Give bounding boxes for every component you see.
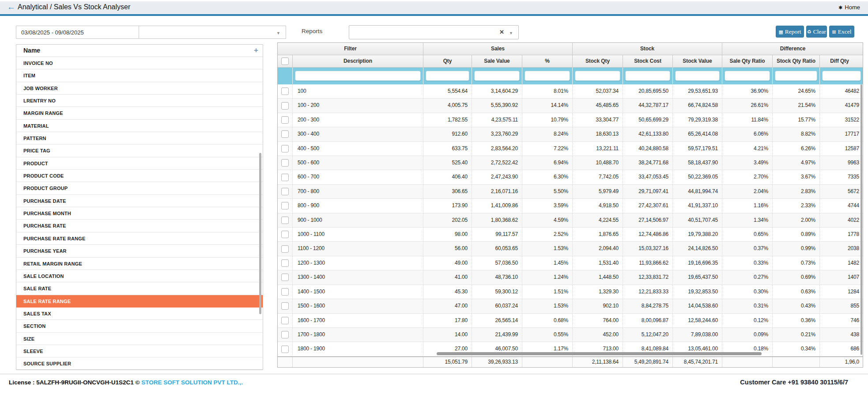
cell-stock_qty_ratio: 0.63% xyxy=(773,285,820,299)
add-icon[interactable]: + xyxy=(254,46,258,55)
filter-input-qty[interactable] xyxy=(426,71,469,81)
excel-button[interactable]: ⊠Excel xyxy=(829,26,854,38)
row-checkbox[interactable] xyxy=(281,87,289,95)
table-row: 1100 - 120056.0060,053.651.53%2,094.4015… xyxy=(278,242,863,256)
filter-input-stock_qty[interactable] xyxy=(575,71,620,81)
sidebar-item-sale-rate[interactable]: SALE RATE xyxy=(16,282,263,295)
table-vertical-scrollbar[interactable] xyxy=(860,84,862,355)
filter-input-stock_qty_ratio[interactable] xyxy=(775,71,817,81)
row-checkbox[interactable] xyxy=(281,288,289,296)
sidebar-item-purchase-year[interactable]: PURCHASE YEAR xyxy=(16,245,263,257)
row-checkbox[interactable] xyxy=(281,273,289,281)
row-checkbox[interactable] xyxy=(281,317,289,324)
row-checkbox[interactable] xyxy=(281,259,289,267)
row-checkbox[interactable] xyxy=(281,346,289,353)
row-checkbox[interactable] xyxy=(281,202,289,209)
sidebar-item-product[interactable]: PRODUCT xyxy=(16,157,263,170)
company-link[interactable]: STORE SOFT SOLUTION PVT LTD.,. xyxy=(141,379,243,386)
sidebar-item-sale-location[interactable]: SALE LOCATION xyxy=(16,270,263,282)
row-checkbox[interactable] xyxy=(281,130,289,138)
cell-desc: 300 - 400 xyxy=(293,127,423,141)
sidebar-item-purchase-rate[interactable]: PURCHASE RATE xyxy=(16,220,263,232)
back-arrow-icon[interactable]: ← xyxy=(7,2,15,12)
row-checkbox[interactable] xyxy=(281,216,289,224)
cell-stock_qty: 4,918.50 xyxy=(573,199,623,213)
filter-cell-stock_cost xyxy=(623,68,673,84)
row-checkbox[interactable] xyxy=(281,102,289,110)
sidebar-item-sale-rate-range[interactable]: SALE RATE RANGE xyxy=(16,295,263,308)
cell-stock_cost: 29,71,097.41 xyxy=(623,185,673,199)
sidebar-item-size[interactable]: SIZE xyxy=(16,333,263,345)
filter-input-stock_cost[interactable] xyxy=(625,71,670,81)
cell-stock_qty_ratio: 0.43% xyxy=(773,299,820,313)
sidebar-item-lrentry-no[interactable]: LRENTRY NO xyxy=(16,95,263,107)
filter-input-sale_value[interactable] xyxy=(474,71,520,81)
table-row: 900 - 1000202.051,80,368.624.59%4,224.55… xyxy=(278,213,863,228)
clear-button[interactable]: ♻Clear xyxy=(806,26,827,38)
row-checkbox[interactable] xyxy=(281,245,289,253)
filter-input-pct[interactable] xyxy=(525,71,570,81)
cell-sale_value: 1,80,368.62 xyxy=(472,213,522,228)
cell-pct: 10.79% xyxy=(522,113,573,127)
sidebar-item-purchase-date[interactable]: PURCHASE DATE xyxy=(16,195,263,207)
cell-stock_qty: 902.10 xyxy=(573,299,623,313)
group-header-sales: Sales xyxy=(423,43,573,55)
cell-sale_value: 48,736.10 xyxy=(472,270,522,285)
cell-pct: 6.94% xyxy=(522,156,573,170)
dimension-panel-header: Name + xyxy=(16,45,263,57)
sidebar-item-retail-margin-range[interactable]: RETAIL MARGIN RANGE xyxy=(16,258,263,270)
cell-stock_qty: 1,329.30 xyxy=(573,285,623,299)
customer-care-text: Customer Care +91 93840 30115/6/7 xyxy=(740,379,848,386)
row-checkbox[interactable] xyxy=(281,116,289,124)
row-checkbox[interactable] xyxy=(281,145,289,152)
page-title: Analytical / Sales Vs Stock Analyser xyxy=(18,3,130,11)
cell-diff_qty: 686 xyxy=(820,342,863,356)
row-checkbox[interactable] xyxy=(281,159,289,167)
group-by-select[interactable]: ▼ xyxy=(139,26,286,39)
report-button[interactable]: ▦Report xyxy=(776,26,804,38)
row-checkbox[interactable] xyxy=(281,174,289,181)
cell-pct: 3.59% xyxy=(522,199,573,213)
cell-stock_cost: 20,85,695.50 xyxy=(623,84,673,99)
copyright-symbol: © xyxy=(136,379,140,386)
sidebar-item-product-group[interactable]: PRODUCT GROUP xyxy=(16,182,263,194)
select-all-checkbox[interactable] xyxy=(281,57,289,65)
cell-sale_value: 57,036.50 xyxy=(472,256,522,270)
row-checkbox[interactable] xyxy=(281,231,289,238)
filter-input-diff_qty[interactable] xyxy=(822,71,861,81)
sidebar-item-product-code[interactable]: PRODUCT CODE xyxy=(16,170,263,182)
sidebar-item-job-worker[interactable]: JOB WORKER xyxy=(16,82,263,95)
date-range-input[interactable]: 03/08/2025 - 09/08/2025 xyxy=(16,26,139,39)
sidebar-item-pattern[interactable]: PATTERN xyxy=(16,132,263,144)
filter-input-stock_value[interactable] xyxy=(675,71,720,81)
sidebar-item-item[interactable]: ITEM xyxy=(16,69,263,82)
sidebar-item-sales-tax[interactable]: SALES TAX xyxy=(16,308,263,320)
row-checkbox[interactable] xyxy=(281,331,289,338)
sidebar-item-purchase-rate-range[interactable]: PURCHASE RATE RANGE xyxy=(16,232,263,245)
row-checkbox[interactable] xyxy=(281,302,289,310)
filter-input-desc[interactable] xyxy=(295,71,421,81)
sidebar-item-margin-range[interactable]: MARGIN RANGE xyxy=(16,107,263,119)
cell-qty: 633.75 xyxy=(423,142,472,156)
row-checkbox-cell xyxy=(278,142,293,156)
home-button[interactable]: ✱Home xyxy=(838,4,860,11)
table-row: 600 - 700406.402,47,243.906.30%7,742.053… xyxy=(278,170,863,184)
cell-stock_value: 19,16,696.35 xyxy=(673,256,722,270)
dimension-list: INVOICE NOITEMJOB WORKERLRENTRY NOMARGIN… xyxy=(16,57,263,370)
cell-qty: 4,005.75 xyxy=(423,99,472,113)
sidebar-item-material[interactable]: MATERIAL xyxy=(16,120,263,132)
cell-stock_cost: 40,24,880.58 xyxy=(623,142,673,156)
sidebar-item-sleeve[interactable]: SLEEVE xyxy=(16,345,263,357)
filter-input-sale_qty_ratio[interactable] xyxy=(725,71,770,81)
sidebar-item-section[interactable]: SECTION xyxy=(16,320,263,332)
clear-selection-icon[interactable]: ✕ xyxy=(499,29,504,35)
horizontal-scrollbar[interactable] xyxy=(437,352,762,355)
cell-stock_value: 19,65,437.50 xyxy=(673,270,722,285)
row-checkbox[interactable] xyxy=(281,188,289,195)
sidebar-item-invoice-no[interactable]: INVOICE NO xyxy=(16,57,263,69)
sidebar-item-source-supplier[interactable]: SOURCE SUPPLIER xyxy=(16,357,263,370)
sidebar-item-price-tag[interactable]: PRICE TAG xyxy=(16,144,263,157)
reports-select[interactable]: ✕ ▼ xyxy=(349,25,519,39)
sidebar-item-purchase-month[interactable]: PURCHASE MONTH xyxy=(16,207,263,220)
sidebar-scrollbar[interactable] xyxy=(259,153,261,314)
